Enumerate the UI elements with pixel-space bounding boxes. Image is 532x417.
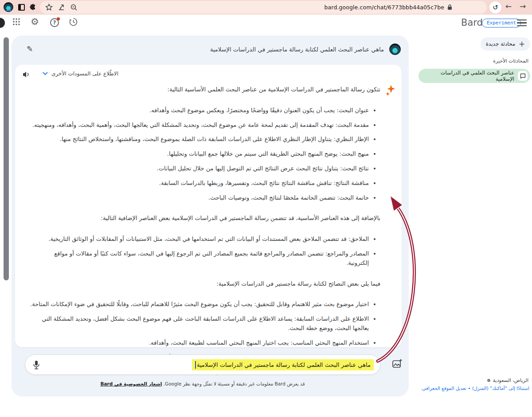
location-city: الرياض، السعودية: [493, 378, 528, 383]
bard-logo: Bard: [461, 17, 483, 28]
experiment-badge: Experiment: [482, 19, 521, 28]
help-notification-dot: [57, 17, 60, 20]
response-bullet: الإطار النظري: يتناول الإطار النظري الاط…: [30, 135, 369, 144]
mic-icon[interactable]: [32, 360, 40, 370]
chevron-down-icon: [43, 72, 48, 75]
response-bullet: استخدام المنهج البحثي المناسب: يجب اختيا…: [30, 338, 369, 348]
new-chat-button[interactable]: + محادثة جديدة: [481, 37, 530, 51]
response-bullet: المصادر والمراجع: تتضمن المصادر والمراجع…: [30, 249, 369, 268]
chat-bubble-icon: [518, 71, 528, 81]
url-text[interactable]: bard.google.com/chat/6773bbb44a05c7be: [325, 4, 444, 11]
response-bullet: اختيار موضوع بحث مثير للاهتمام وقابل للت…: [30, 300, 369, 309]
location-row: الرياض، السعودية: [487, 378, 528, 383]
bard-sparkle-icon: [385, 84, 396, 96]
location-update-link[interactable]: استنادًا إلى "أماكنك" (المنزل) • تعديل ا…: [421, 386, 529, 391]
lock-icon: [447, 4, 452, 10]
chat-panel: ماهي عناصر البحث العلمي لكتابة رسالة ماج…: [12, 35, 409, 397]
browser-topbar: bard.google.com/chat/6773bbb44a05c7be ↺ …: [0, 0, 532, 15]
omnibox[interactable]: bard.google.com/chat/6773bbb44a05c7be: [40, 1, 487, 14]
response-body: تتكون رسالة الماجستير في الدراسات الإسلا…: [30, 85, 380, 382]
user-avatar: [389, 43, 401, 55]
response-bullet: منهج البحث: يوضح المنهج البحثي الطريقة ا…: [30, 149, 369, 159]
response-bullet: الاطلاع على الدراسات السابقة: يساعد الاط…: [30, 315, 369, 333]
response-bullet: خاتمة البحث: تتضمن الخاتمة ملخصًا لنتائج…: [30, 193, 369, 203]
response-bullet: مناقشة النتائج: تناقش مناقشة النتائج نتا…: [30, 179, 369, 188]
prompt-input-value[interactable]: ماهي عناصر البحث العلمي لكتابة رسالة ماج…: [192, 359, 374, 370]
response-card: الاطّلاع على المسودات الأخرى تتكون رسالة…: [15, 65, 402, 347]
scrollbar-thumb[interactable]: [4, 37, 9, 280]
disclaimer: قد يعرض Bard معلومات غير دقيقة أو مسيئة …: [25, 381, 380, 386]
response-intro: تتكون رسالة الماجستير في الدراسات الإسلا…: [30, 85, 380, 94]
speaker-icon[interactable]: [22, 71, 31, 79]
back-button[interactable]: ←: [505, 2, 512, 11]
additional-elements-list: الملاحق: قد تتضمن الملاحق بعض المستندات …: [30, 235, 369, 268]
menu-hamburger-icon[interactable]: [517, 20, 527, 28]
user-message-text: ماهي عناصر البحث العلمي لكتابة رسالة ماج…: [210, 46, 384, 53]
bard-appbar: ⚙ ? Bard Experiment: [0, 15, 532, 32]
browser-profile-avatar[interactable]: [4, 2, 13, 12]
apps-grid-icon[interactable]: [12, 18, 20, 26]
plus-icon: +: [519, 40, 525, 48]
history-icon[interactable]: [69, 17, 78, 27]
privacy-notice-link[interactable]: إشعار الخصوصية في Bard: [100, 381, 162, 386]
add-image-icon[interactable]: [392, 358, 403, 369]
prompt-input[interactable]: ماهي عناصر البحث العلمي لكتابة رسالة ماج…: [25, 354, 380, 375]
sidebar-recent-chat-item[interactable]: عناصر البحث العلمي في الدراسات الإسلامية: [419, 69, 530, 83]
settings-gear-icon[interactable]: ⚙: [31, 16, 39, 27]
reload-button[interactable]: ↺: [489, 1, 501, 13]
response-bullet: نتائج البحث: يتناول نتائج البحث عرض النت…: [30, 164, 369, 173]
share-icon[interactable]: [58, 4, 65, 11]
response-bullet: مقدمة البحث: تهدف المقدمة إلى تقديم لمحة…: [30, 121, 369, 130]
location-dot-icon: [487, 379, 490, 382]
forward-button[interactable]: →: [520, 2, 526, 11]
disclaimer-text: قد يعرض Bard معلومات غير دقيقة أو مسيئة …: [162, 381, 305, 386]
response-bullet: الملاحق: قد تتضمن الملاحق بعض المستندات …: [30, 235, 369, 244]
response-bullet: عنوان البحث: يجب أن يكون العنوان دقيقًا …: [30, 106, 369, 115]
highlighted-input-text: ماهي عناصر البحث العلمي لكتابة رسالة ماج…: [197, 362, 371, 368]
user-message-row: ماهي عناصر البحث العلمي لكتابة رسالة ماج…: [29, 42, 401, 57]
text-caret: [195, 361, 196, 369]
view-drafts-control[interactable]: الاطّلاع على المسودات الأخرى: [43, 71, 118, 77]
zoom-search-icon[interactable]: [70, 4, 78, 11]
extensions-puzzle-icon[interactable]: [29, 4, 37, 11]
main-elements-list: عنوان البحث: يجب أن يكون العنوان دقيقًا …: [30, 106, 369, 203]
view-drafts-label: الاطّلاع على المسودات الأخرى: [51, 71, 118, 77]
tips-intro: فيما يلي بعض النصائح لكتابة رسالة ماجستي…: [30, 279, 380, 289]
side-panel-icon[interactable]: [18, 4, 25, 11]
recent-chat-title: عناصر البحث العلمي في الدراسات الإسلامية: [421, 70, 514, 82]
account-avatar[interactable]: [0, 18, 5, 28]
edit-prompt-icon[interactable]: ✎: [27, 44, 33, 53]
bookmark-star-icon[interactable]: [45, 4, 53, 11]
recent-chats-label: المحادثات الأخيرة: [493, 58, 528, 64]
additional-intro: بالإضافة إلى هذه العناصر الأساسية، قد تت…: [30, 214, 380, 223]
new-chat-label: محادثة جديدة: [486, 41, 515, 47]
